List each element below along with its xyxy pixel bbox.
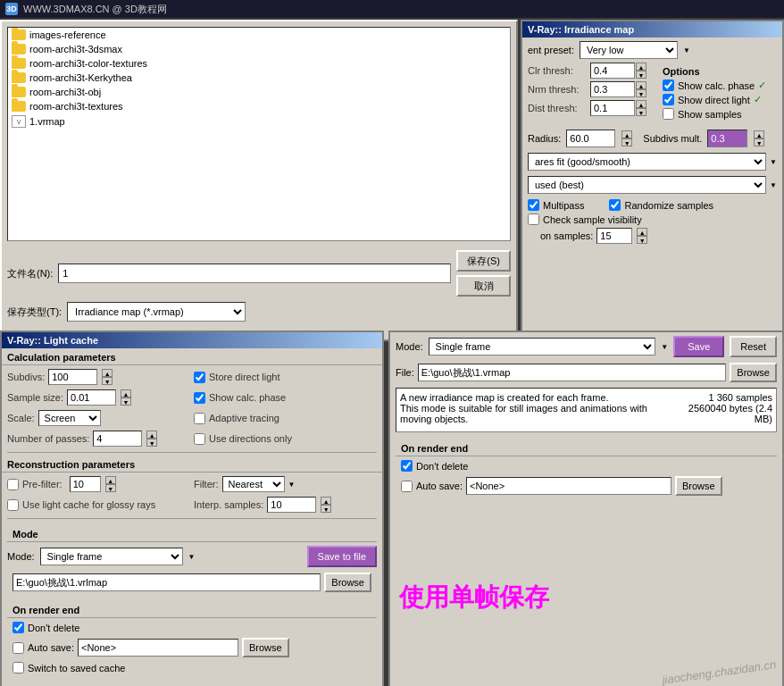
divider <box>7 452 377 453</box>
show-direct-light-checkbox[interactable] <box>663 94 674 105</box>
sample-size-spinner[interactable]: ▲ ▼ <box>121 389 131 406</box>
list-item[interactable]: V 1.vrmap <box>8 113 510 130</box>
main-file-input[interactable] <box>418 364 727 381</box>
auto-save-browse-button[interactable]: Browse <box>675 476 722 496</box>
dist-thresh-spinner[interactable]: ▲ ▼ <box>636 100 646 116</box>
auto-save-checkbox[interactable] <box>13 642 24 654</box>
spin-up-icon[interactable]: ▲ <box>621 130 632 138</box>
mode-select[interactable]: Single frame <box>40 548 183 565</box>
file-list[interactable]: images-reference room-archi3t-3dsmax roo… <box>7 27 511 241</box>
save-button[interactable]: 保存(S) <box>456 250 511 272</box>
spin-down-icon[interactable]: ▼ <box>102 377 113 385</box>
multipass-checkbox[interactable] <box>528 199 539 211</box>
info-mb: MB) <box>688 414 772 424</box>
sample-size-row: Sample size: ▲ ▼ <box>7 389 190 406</box>
subdivs-spinner[interactable]: ▲ ▼ <box>102 369 113 385</box>
check-sample-checkbox[interactable] <box>528 213 539 225</box>
filename-input[interactable] <box>58 264 451 283</box>
spin-up-icon[interactable]: ▲ <box>121 389 131 397</box>
spin-up-icon[interactable]: ▲ <box>637 228 647 236</box>
samples-spinner[interactable]: ▲ ▼ <box>637 228 647 244</box>
dont-delete-checkbox[interactable] <box>401 460 413 472</box>
spin-down-icon[interactable]: ▼ <box>636 108 646 116</box>
radius-input[interactable] <box>566 130 615 147</box>
list-item[interactable]: room-archi3t-textures <box>8 99 510 113</box>
passes-spinner[interactable]: ▲ ▼ <box>146 431 157 447</box>
pre-filter-spinner[interactable]: ▲ ▼ <box>105 476 116 492</box>
spin-up-icon[interactable]: ▲ <box>105 476 116 484</box>
list-item[interactable]: room-archi3t-3dsmax <box>8 42 510 56</box>
spin-up-icon[interactable]: ▲ <box>636 100 646 108</box>
pre-filter-input[interactable] <box>70 476 101 492</box>
auto-save-browse-button[interactable]: Browse <box>242 638 289 657</box>
spin-down-icon[interactable]: ▼ <box>121 397 131 406</box>
list-item[interactable]: images-reference <box>8 28 510 42</box>
auto-save-input[interactable] <box>78 639 238 657</box>
show-calc-checkbox[interactable] <box>194 392 205 404</box>
switch-checkbox[interactable] <box>13 662 24 673</box>
spin-up-icon[interactable]: ▲ <box>146 431 157 439</box>
spin-up-icon[interactable]: ▲ <box>754 130 764 138</box>
file-path-input[interactable] <box>13 573 321 591</box>
show-calc-phase-checkbox[interactable] <box>663 79 674 91</box>
use-directions-checkbox[interactable] <box>194 433 205 445</box>
spin-up-icon[interactable]: ▲ <box>636 81 646 89</box>
interp-mode2-select[interactable]: used (best) <box>528 176 766 194</box>
folder-icon <box>12 72 26 83</box>
spin-up-icon[interactable]: ▲ <box>102 369 113 377</box>
radius-spinner[interactable]: ▲ ▼ <box>621 130 632 146</box>
clr-thresh-input[interactable] <box>590 63 635 79</box>
show-calc-phase-row: Show calc. phase ✓ <box>663 79 766 91</box>
save-button[interactable]: Save <box>673 336 724 357</box>
spin-down-icon[interactable]: ▼ <box>636 89 646 97</box>
list-item[interactable]: room-archi3t-Kerkythea <box>8 71 510 85</box>
mode-row: Mode: Single frame ▼ Save to file <box>7 546 377 567</box>
filter-select[interactable]: Nearest <box>222 476 285 492</box>
spin-up-icon[interactable]: ▲ <box>321 497 331 505</box>
dont-delete-checkbox[interactable] <box>13 622 24 633</box>
cancel-button[interactable]: 取消 <box>456 275 511 297</box>
interp-mode-select[interactable]: ares fit (good/smooth) <box>528 153 766 171</box>
spin-down-icon[interactable]: ▼ <box>146 439 157 447</box>
dont-delete-row: Don't delete <box>7 622 377 633</box>
scale-select[interactable]: Screen <box>38 410 101 426</box>
store-direct-label: Store direct light <box>209 372 279 382</box>
passes-input[interactable] <box>93 431 142 447</box>
preset-select[interactable]: Very low Low Medium High <box>580 41 678 59</box>
reset-button[interactable]: Reset <box>730 336 777 357</box>
nrm-thresh-input[interactable] <box>590 81 635 97</box>
use-glossy-checkbox[interactable] <box>7 499 19 511</box>
pre-filter-checkbox[interactable] <box>7 479 19 490</box>
auto-save-checkbox[interactable] <box>401 481 413 492</box>
file-name: room-archi3t-obj <box>29 87 101 97</box>
adaptive-tracing-checkbox[interactable] <box>194 413 205 424</box>
spin-up-icon[interactable]: ▲ <box>636 63 646 71</box>
main-mode-select[interactable]: Single frame <box>429 338 656 356</box>
filetype-select[interactable]: Irradiance map (*.vrmap) <box>67 302 246 322</box>
spin-down-icon[interactable]: ▼ <box>637 236 647 244</box>
clr-thresh-spinner[interactable]: ▲ ▼ <box>636 63 646 79</box>
subdivs-mult-input[interactable] <box>707 130 747 147</box>
nrm-thresh-spinner[interactable]: ▲ ▼ <box>636 81 646 97</box>
save-to-file-button[interactable]: Save to file <box>307 546 377 567</box>
subdivs-input[interactable] <box>48 369 97 385</box>
spin-down-icon[interactable]: ▼ <box>105 484 116 492</box>
show-samples-checkbox[interactable] <box>663 108 674 120</box>
spin-down-icon[interactable]: ▼ <box>321 505 331 513</box>
spin-down-icon[interactable]: ▼ <box>636 71 646 79</box>
main-browse-button[interactable]: Browse <box>730 363 777 382</box>
sample-size-input[interactable] <box>67 389 116 406</box>
spin-down-icon[interactable]: ▼ <box>621 138 632 146</box>
spin-down-icon[interactable]: ▼ <box>754 138 764 146</box>
list-item[interactable]: room-archi3t-obj <box>8 85 510 99</box>
on-samples-input[interactable] <box>596 228 632 244</box>
randomize-checkbox[interactable] <box>609 199 621 211</box>
dist-thresh-input[interactable] <box>590 100 635 116</box>
auto-save-input[interactable] <box>466 477 671 495</box>
interp-samples-input[interactable] <box>267 497 316 513</box>
list-item[interactable]: room-archi3t-color-textures <box>8 56 510 71</box>
subdivs-spinner[interactable]: ▲ ▼ <box>754 130 764 146</box>
store-direct-checkbox[interactable] <box>194 372 205 383</box>
interp-samples-spinner[interactable]: ▲ ▼ <box>321 497 331 513</box>
browse-button[interactable]: Browse <box>324 573 371 592</box>
